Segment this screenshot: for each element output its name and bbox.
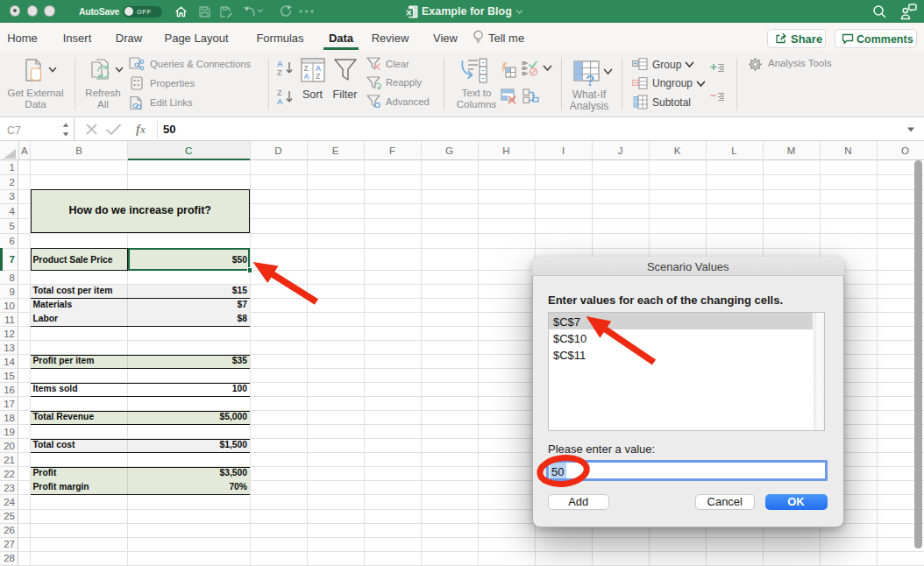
svg-text:A: A bbox=[277, 60, 283, 68]
svg-text:A: A bbox=[304, 72, 309, 81]
svg-text:?: ? bbox=[586, 73, 594, 88]
svg-text:Z: Z bbox=[277, 68, 282, 77]
svg-text:Z: Z bbox=[316, 72, 320, 81]
